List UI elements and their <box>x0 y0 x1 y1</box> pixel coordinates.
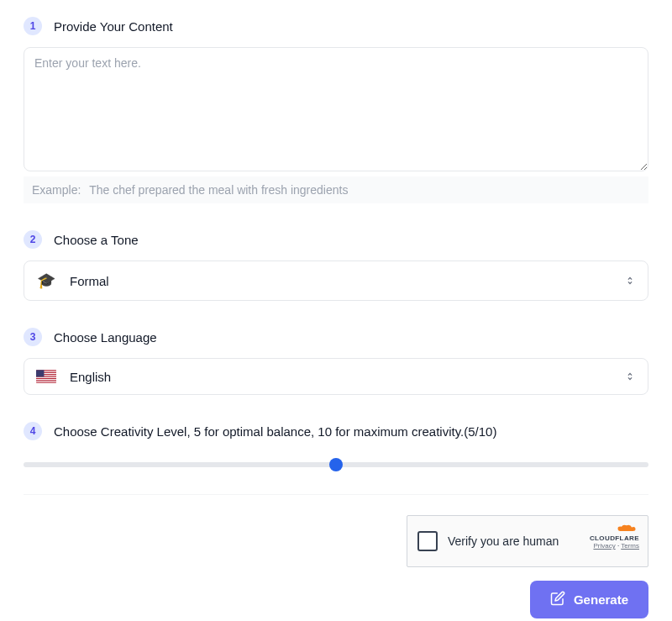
captcha-text: Verify you are human <box>448 534 559 548</box>
svg-rect-5 <box>36 379 56 380</box>
captcha-widget: Verify you are human CLOUDFLARE Privacy … <box>407 515 648 567</box>
section-creativity-level: 4 Choose Creativity Level, 5 for optimal… <box>24 422 648 467</box>
section-choose-language: 3 Choose Language English <box>24 328 648 395</box>
us-flag-icon <box>36 369 56 384</box>
chevron-up-down-icon <box>624 371 636 382</box>
captcha-privacy-link[interactable]: Privacy <box>593 542 615 550</box>
section-title: Choose a Tone <box>54 233 139 247</box>
svg-rect-4 <box>36 377 56 378</box>
section-header: 3 Choose Language <box>24 328 648 346</box>
generate-button[interactable]: Generate <box>530 581 648 618</box>
generate-button-label: Generate <box>574 592 628 607</box>
svg-rect-7 <box>36 370 44 376</box>
creativity-slider[interactable] <box>24 462 648 467</box>
edit-icon <box>550 591 565 608</box>
graduation-cap-icon: 🎓 <box>36 271 56 290</box>
captcha-terms-link[interactable]: Terms <box>621 542 639 550</box>
section-title: Choose Language <box>54 330 157 345</box>
step-number-badge: 4 <box>24 422 42 440</box>
section-header: 2 Choose a Tone <box>24 230 648 249</box>
section-choose-tone: 2 Choose a Tone 🎓 Formal <box>24 230 648 301</box>
tone-select[interactable]: 🎓 Formal <box>24 261 648 301</box>
captcha-brand: CLOUDFLARE Privacy · Terms <box>590 523 639 550</box>
content-input[interactable] <box>24 47 648 171</box>
example-label: Example: <box>32 183 81 197</box>
step-number-badge: 2 <box>24 230 42 249</box>
tone-value: Formal <box>70 274 109 288</box>
svg-rect-6 <box>36 381 56 382</box>
captcha-checkbox[interactable] <box>417 531 438 551</box>
slider-thumb[interactable] <box>329 458 343 471</box>
section-title: Provide Your Content <box>54 19 173 34</box>
generate-row: Generate <box>24 581 648 618</box>
section-header: 4 Choose Creativity Level, 5 for optimal… <box>24 422 648 440</box>
captcha-brand-name: CLOUDFLARE <box>590 534 639 542</box>
chevron-up-down-icon <box>624 275 636 287</box>
section-title: Choose Creativity Level, 5 for optimal b… <box>54 424 496 439</box>
language-select[interactable]: English <box>24 358 648 395</box>
footer-area: Verify you are human CLOUDFLARE Privacy … <box>24 494 648 618</box>
language-value: English <box>70 370 111 384</box>
section-header: 1 Provide Your Content <box>24 17 648 35</box>
cloudflare-icon <box>590 523 639 534</box>
example-hint: Example: The chef prepared the meal with… <box>24 176 648 203</box>
step-number-badge: 1 <box>24 17 42 35</box>
example-text: The chef prepared the meal with fresh in… <box>89 183 348 197</box>
step-number-badge: 3 <box>24 328 42 346</box>
creativity-slider-wrap <box>24 452 648 467</box>
section-provide-content: 1 Provide Your Content Example: The chef… <box>24 17 648 203</box>
